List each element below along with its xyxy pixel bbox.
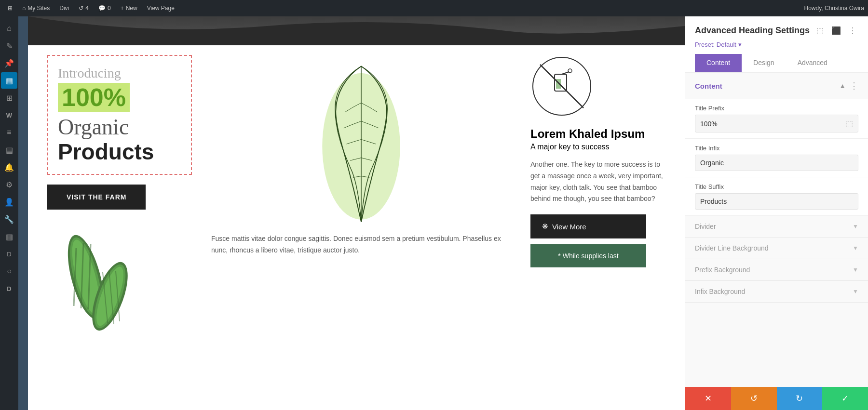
plus-icon: + — [121, 5, 124, 12]
view-more-button[interactable]: ❋ View More — [530, 214, 646, 238]
sidebar-person-icon[interactable]: 👤 — [1, 194, 17, 210]
body-text: Fusce mattis vitae dolor congue sagittis… — [211, 233, 511, 256]
main-layout: ⌂ ✎ 📌 ▦ ⊞ W ≡ ▤ 🔔 ⚙ 👤 🔧 ▦ D ○ D In — [0, 16, 868, 410]
new-link[interactable]: + New — [117, 0, 141, 16]
heading-prefix: 100% — [58, 83, 130, 112]
tab-design-label: Design — [753, 59, 774, 66]
new-label: New — [126, 5, 137, 12]
divider-title: Divider — [695, 223, 716, 230]
divider-line-bg-header[interactable]: Divider Line Background ▼ — [685, 238, 868, 259]
my-sites-link[interactable]: ⌂ My Sites — [18, 0, 54, 16]
divider-section-header[interactable]: Divider ▼ — [685, 216, 868, 237]
panel-body: Content ▲ ⋮ Title Prefix ⬚ Title — [685, 73, 868, 387]
cucumber-illustration — [47, 219, 144, 335]
sidebar-divi3-icon[interactable]: D — [1, 280, 17, 297]
save-button[interactable]: ✓ — [822, 387, 868, 410]
section-more-dots[interactable]: ⋮ — [850, 80, 858, 91]
sidebar-divi2-icon[interactable]: D — [1, 246, 17, 262]
sidebar-layout-active-icon[interactable]: ▦ — [1, 72, 17, 89]
wp-logo[interactable]: ⊞ — [4, 0, 16, 16]
cucumber-svg — [47, 219, 144, 335]
heading-intro: Introducing — [58, 66, 181, 81]
prefix-bg-arrow: ▼ — [853, 266, 858, 273]
hero-top — [28, 16, 685, 45]
sidebar-wrench-icon[interactable]: 🔧 — [1, 211, 17, 227]
title-suffix-input-row — [695, 193, 858, 210]
comment-icon: 💬 — [98, 5, 106, 12]
fullscreen-icon[interactable]: ⬚ — [814, 24, 826, 37]
right-column: Lorem Khaled Ipsum A major key to succes… — [530, 55, 665, 373]
infix-bg-header[interactable]: Infix Background ▼ — [685, 281, 868, 302]
refresh-link[interactable]: ↺ 4 — [75, 0, 93, 16]
sidebar-pencil-icon[interactable]: ✎ — [1, 38, 17, 54]
heading-box[interactable]: Introducing 100% Organic Products — [47, 55, 192, 175]
lorem-subtitle: A major key to success — [530, 143, 665, 151]
title-infix-field: Title Infix — [685, 139, 868, 177]
title-infix-input[interactable] — [695, 155, 858, 171]
home-icon: ⌂ — [22, 5, 26, 12]
sidebar-home-icon[interactable]: ⌂ — [1, 20, 17, 37]
sidebar-layers-icon[interactable]: ≡ — [1, 124, 17, 141]
view-page-link[interactable]: View Page — [143, 0, 178, 16]
view-page-label: View Page — [147, 5, 175, 12]
lorem-title: Lorem Khaled Ipsum — [530, 127, 665, 141]
refresh-count: 4 — [85, 5, 89, 12]
no-spray-icon — [530, 55, 593, 118]
collapse-icon[interactable]: ⬛ — [829, 24, 843, 37]
title-prefix-label-text: Title Prefix — [695, 105, 724, 112]
title-infix-input-row — [695, 155, 858, 171]
divi-link[interactable]: Divi — [55, 0, 73, 16]
cancel-button[interactable]: ✕ — [685, 387, 731, 410]
content-section: Introducing 100% Organic Products VISIT … — [28, 45, 685, 383]
tab-advanced[interactable]: Advanced — [786, 54, 839, 72]
sidebar-grid-icon[interactable]: ⊞ — [1, 90, 17, 106]
panel-title-row: Advanced Heading Settings ⬚ ⬛ ⋮ — [695, 24, 858, 37]
heading-infix: Organic — [58, 114, 181, 140]
title-prefix-icon[interactable]: ⬚ — [841, 115, 858, 132]
refresh-icon: ↺ — [79, 5, 83, 12]
tab-design[interactable]: Design — [742, 54, 786, 72]
visit-farm-button[interactable]: VISIT THE FARM — [47, 185, 146, 210]
panel-tabs: Content Design Advanced — [695, 54, 858, 72]
sidebar-chart-icon[interactable]: ▤ — [1, 142, 17, 158]
page-content: Introducing 100% Organic Products VISIT … — [28, 16, 685, 410]
divider-section: Divider ▼ — [685, 216, 868, 238]
section-collapse-arrow[interactable]: ▲ — [839, 82, 846, 90]
wp-sidebar: ⌂ ✎ 📌 ▦ ⊞ W ≡ ▤ 🔔 ⚙ 👤 🔧 ▦ D ○ D — [0, 16, 18, 410]
panel-title: Advanced Heading Settings — [695, 26, 810, 36]
wp-icon: ⊞ — [8, 5, 13, 12]
divider-arrow: ▼ — [853, 223, 858, 230]
prefix-bg-section: Prefix Background ▼ — [685, 259, 868, 281]
left-column: Introducing 100% Organic Products VISIT … — [47, 55, 192, 373]
my-sites-label: My Sites — [27, 5, 50, 12]
prefix-bg-header[interactable]: Prefix Background ▼ — [685, 259, 868, 280]
panel-header: Advanced Heading Settings ⬚ ⬛ ⋮ Preset: … — [685, 16, 868, 73]
title-suffix-label: Title Suffix — [695, 183, 858, 190]
title-infix-label: Title Infix — [695, 145, 858, 152]
panel-preset[interactable]: Preset: Default ▾ — [695, 41, 858, 48]
section-controls: ▲ ⋮ — [839, 80, 858, 91]
sidebar-woo-icon[interactable]: W — [1, 107, 17, 123]
panel-title-icons: ⬚ ⬛ ⋮ — [814, 24, 858, 37]
divi-label: Divi — [59, 5, 69, 12]
settings-panel: Advanced Heading Settings ⬚ ⬛ ⋮ Preset: … — [685, 16, 868, 410]
title-prefix-input[interactable] — [695, 116, 841, 132]
divider-line-bg-arrow: ▼ — [853, 245, 858, 251]
sidebar-block-icon[interactable]: ▦ — [1, 228, 17, 245]
tab-content[interactable]: Content — [695, 54, 742, 72]
admin-bar: ⊞ ⌂ My Sites Divi ↺ 4 💬 0 + New View Pag… — [0, 0, 868, 16]
divi-panel-handle[interactable] — [18, 16, 28, 410]
view-more-label: View More — [552, 223, 586, 231]
title-suffix-input[interactable] — [695, 194, 858, 209]
comments-link[interactable]: 💬 0 — [95, 0, 115, 16]
sidebar-tool-icon[interactable]: ⚙ — [1, 176, 17, 193]
supplies-button[interactable]: * While supplies last — [530, 244, 646, 267]
more-icon[interactable]: ⋮ — [847, 24, 858, 37]
sidebar-bell-icon[interactable]: 🔔 — [1, 159, 17, 175]
sidebar-pin-icon[interactable]: 📌 — [1, 55, 17, 71]
reset-button[interactable]: ↺ — [731, 387, 777, 410]
howdy-text: Howdy, Christina Gwira — [804, 5, 864, 12]
redo-button[interactable]: ↻ — [777, 387, 823, 410]
infix-bg-arrow: ▼ — [853, 288, 858, 295]
sidebar-circle-icon[interactable]: ○ — [1, 263, 17, 279]
